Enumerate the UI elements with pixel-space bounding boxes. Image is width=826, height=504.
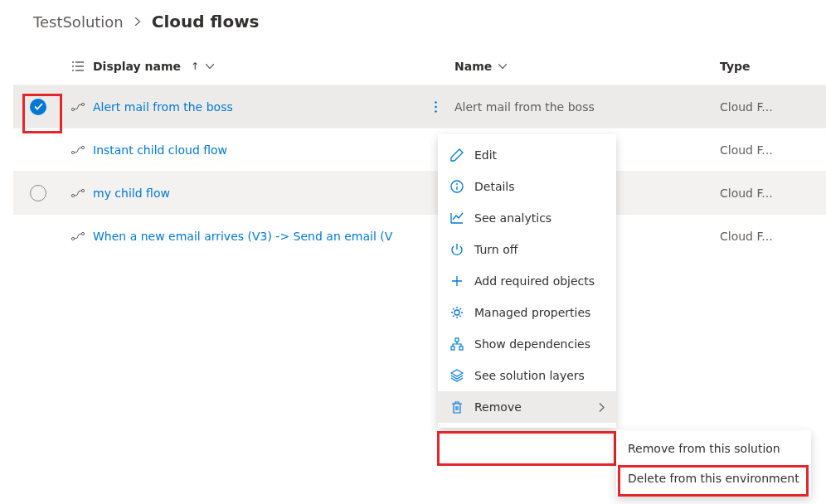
row-name: Alert mail from the boss [454, 100, 595, 114]
breadcrumb-parent[interactable]: TestSolution [33, 13, 124, 31]
menu-label: See solution layers [474, 369, 585, 382]
svg-point-8 [81, 189, 84, 191]
remove-submenu: Remove from this solution Delete from th… [616, 430, 811, 497]
table-row[interactable]: When a new email arrives (V3) -> Send an… [13, 214, 826, 257]
row-checkbox[interactable] [30, 185, 46, 201]
flow-icon [63, 102, 93, 112]
menu-item-details[interactable]: Details [438, 171, 616, 202]
edit-icon [449, 148, 464, 162]
row-display-name[interactable]: my child flow [93, 187, 170, 200]
menu-item-add-objects[interactable]: Add required objects [438, 265, 616, 297]
svg-point-5 [71, 151, 74, 153]
svg-point-3 [435, 105, 437, 108]
flow-icon [63, 188, 93, 198]
menu-item-managed[interactable]: Managed properties [438, 297, 616, 328]
flow-icon [63, 145, 93, 155]
menu-item-dependencies[interactable]: Show dependencies [438, 328, 616, 360]
menu-label: Add required objects [474, 274, 595, 288]
row-display-name[interactable]: When a new email arrives (V3) -> Send an… [93, 230, 392, 243]
svg-rect-16 [459, 346, 463, 350]
svg-rect-14 [455, 338, 459, 342]
table-header-row: Display name ↑ Name Type [13, 48, 826, 85]
gear-icon [449, 305, 464, 320]
svg-point-7 [71, 194, 74, 196]
menu-label: Managed properties [474, 306, 590, 319]
page-title: Cloud flows [152, 12, 260, 32]
column-label: Type [720, 60, 751, 73]
svg-point-12 [456, 183, 458, 185]
svg-point-0 [71, 108, 74, 110]
menu-label: Remove [474, 400, 522, 414]
column-label: Name [454, 60, 492, 73]
context-menu: Edit Details See analytics Turn off Add … [438, 134, 616, 428]
list-icon[interactable] [63, 61, 93, 72]
row-checkbox[interactable] [30, 99, 46, 115]
column-label: Display name [93, 60, 181, 73]
flow-icon [63, 231, 93, 241]
menu-label: Details [474, 180, 515, 193]
row-type: Cloud F... [720, 187, 773, 200]
svg-point-13 [454, 310, 459, 315]
menu-label: Edit [474, 148, 497, 162]
dependencies-icon [449, 337, 464, 351]
svg-point-9 [71, 237, 74, 240]
plus-icon [449, 274, 464, 288]
analytics-icon [449, 211, 464, 225]
svg-point-6 [81, 146, 84, 148]
menu-item-analytics[interactable]: See analytics [438, 202, 616, 234]
row-type: Cloud F... [720, 143, 773, 157]
chevron-down-icon[interactable] [498, 64, 507, 69]
power-icon [449, 242, 464, 257]
table-row[interactable]: my child flow Cloud F... [13, 171, 826, 214]
menu-item-layers[interactable]: See solution layers [438, 360, 616, 391]
svg-point-4 [435, 110, 437, 113]
svg-rect-15 [451, 346, 454, 350]
menu-label: See analytics [474, 211, 551, 225]
svg-point-10 [81, 232, 84, 235]
svg-point-1 [81, 103, 84, 105]
annotation-highlight [437, 431, 616, 466]
breadcrumb: TestSolution Cloud flows [0, 0, 826, 48]
menu-item-remove[interactable]: Remove [438, 391, 616, 423]
menu-item-edit[interactable]: Edit [438, 139, 616, 171]
chevron-right-icon [599, 403, 605, 412]
trash-icon [449, 400, 464, 414]
svg-point-2 [435, 101, 437, 104]
more-actions-button[interactable] [425, 97, 445, 117]
menu-label: Show dependencies [474, 337, 590, 351]
chevron-down-icon[interactable] [206, 64, 214, 69]
info-icon [449, 179, 464, 194]
table-row[interactable]: Alert mail from the boss Alert mail from… [13, 85, 826, 128]
row-type: Cloud F... [720, 230, 773, 243]
menu-label: Turn off [474, 243, 517, 256]
sort-ascending-icon: ↑ [191, 61, 199, 72]
chevron-right-icon [134, 17, 142, 26]
row-display-name[interactable]: Instant child cloud flow [93, 143, 227, 157]
flows-table: Display name ↑ Name Type Alert mail from… [0, 48, 826, 257]
column-header-name[interactable]: Name [454, 60, 720, 73]
table-row[interactable]: Instant child cloud flow Cloud F... [13, 128, 826, 171]
submenu-remove-solution[interactable]: Remove from this solution [616, 434, 811, 463]
layers-icon [449, 368, 464, 383]
column-header-type[interactable]: Type [720, 60, 826, 73]
column-header-display-name[interactable]: Display name ↑ [93, 60, 416, 73]
menu-item-turnoff[interactable]: Turn off [438, 234, 616, 265]
row-type: Cloud F... [720, 100, 773, 114]
submenu-delete-environment[interactable]: Delete from this environment [616, 463, 811, 493]
row-display-name[interactable]: Alert mail from the boss [93, 100, 233, 114]
